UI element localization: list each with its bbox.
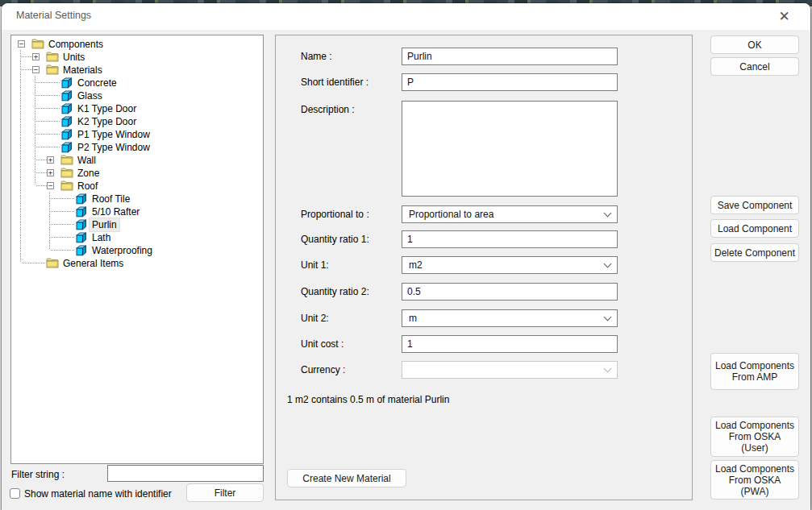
chevron-down-icon — [604, 364, 612, 372]
tree-item[interactable]: Purlin — [12, 218, 262, 231]
component-tree: − Components + Units − Materials Concret… — [10, 35, 264, 464]
tree-connector-line — [22, 69, 32, 70]
material-cube-icon — [60, 103, 73, 114]
tree-expander-icon[interactable]: − — [18, 40, 25, 48]
material-cube-icon — [75, 232, 88, 243]
material-cube-icon — [75, 245, 88, 255]
tree-connector-line — [22, 56, 32, 57]
ok-button[interactable]: OK — [710, 35, 799, 54]
material-cube-icon — [60, 129, 73, 139]
tree-expander-icon[interactable]: − — [47, 182, 54, 189]
save-component-button[interactable]: Save Component — [710, 196, 799, 214]
unit-1-dropdown[interactable]: m2 — [402, 256, 618, 274]
tree-connector-line — [51, 224, 75, 225]
proportional-to-label: Proportional to : — [301, 209, 369, 220]
filter-string-label: Filter string : — [11, 469, 65, 480]
tree-item-label: P1 Type Window — [75, 128, 152, 141]
material-cube-icon — [60, 116, 73, 126]
tree-item[interactable]: Waterproofing — [12, 244, 262, 257]
filter-string-input[interactable] — [107, 465, 264, 482]
delete-component-button[interactable]: Delete Component — [710, 243, 799, 262]
material-cube-icon — [75, 206, 88, 217]
description-textarea[interactable] — [402, 101, 618, 197]
folder-icon — [46, 52, 59, 62]
currency-dropdown[interactable] — [402, 361, 618, 379]
filter-button[interactable]: Filter — [186, 483, 264, 502]
proportional-to-value: Proportional to area — [409, 209, 493, 220]
tree-item-label: Materials — [60, 64, 105, 77]
tree-item-label: Roof Tile — [90, 193, 132, 205]
tree-item[interactable]: + Zone — [12, 167, 262, 180]
tree-connector-line — [36, 121, 60, 122]
tree-item-label: Glass — [75, 89, 105, 102]
tree-item[interactable]: 5/10 Rafter — [12, 205, 262, 218]
chevron-down-icon — [604, 313, 612, 321]
chevron-down-icon — [604, 209, 612, 217]
folder-icon — [46, 258, 59, 268]
show-identifier-checkbox[interactable] — [10, 488, 20, 499]
tree-item-label: Lath — [90, 231, 113, 244]
tree-connector-line — [51, 237, 75, 238]
load-component-button[interactable]: Load Component — [710, 219, 799, 238]
tree-item-label: P2 Type Window — [75, 141, 152, 154]
folder-icon — [31, 39, 44, 49]
dialog-title: Material Settings — [16, 10, 91, 21]
quantity-ratio-1-input[interactable] — [402, 230, 618, 248]
description-label: Description : — [301, 104, 355, 115]
tree-item[interactable]: K1 Type Door — [12, 102, 262, 115]
tree-item-label: Wall — [75, 154, 98, 167]
tree-item[interactable]: P1 Type Window — [12, 128, 262, 141]
cancel-button[interactable]: Cancel — [710, 57, 799, 76]
tree-connector-line — [51, 198, 75, 199]
tree-item[interactable]: Roof Tile — [12, 193, 262, 205]
unit-2-dropdown[interactable]: m — [402, 309, 618, 327]
material-cube-icon — [60, 90, 73, 101]
tree-expander-icon[interactable]: − — [32, 66, 40, 73]
proportional-to-dropdown[interactable]: Proportional to area — [402, 205, 618, 223]
tree-connector-line — [36, 108, 60, 109]
tree-item[interactable]: General Items — [12, 257, 262, 270]
short-identifier-label: Short identifier : — [301, 77, 369, 88]
load-components-oska-user-button[interactable]: Load Components From OSKA (User) — [710, 417, 799, 457]
tree-item-label: Waterproofing — [90, 244, 155, 257]
tree-item[interactable]: − Components — [12, 38, 262, 51]
titlebar: Material Settings ✕ — [2, 3, 810, 30]
tree-item-label: Zone — [75, 167, 102, 180]
load-components-amp-button[interactable]: Load Components From AMP — [710, 353, 799, 390]
tree-connector-line — [36, 147, 60, 147]
tree-item[interactable]: + Wall — [12, 154, 262, 167]
tree-item[interactable]: + Units — [12, 51, 262, 64]
unit-2-value: m — [409, 313, 417, 324]
folder-icon — [46, 64, 59, 75]
folder-icon — [60, 180, 73, 191]
tree-connector-line — [36, 172, 47, 173]
tree-item[interactable]: P2 Type Window — [12, 141, 262, 154]
create-new-material-button[interactable]: Create New Material — [287, 469, 406, 487]
tree-item[interactable]: − Materials — [12, 64, 262, 77]
name-input[interactable] — [402, 48, 618, 65]
tree-item[interactable]: Glass — [12, 89, 262, 102]
tree-item[interactable]: Concrete — [12, 77, 262, 89]
material-cube-icon — [60, 142, 73, 152]
quantity-ratio-1-label: Quantity ratio 1: — [301, 234, 369, 245]
material-cube-icon — [60, 77, 73, 88]
tree-expander-icon[interactable]: + — [32, 53, 40, 60]
tree-item[interactable]: − Roof — [12, 180, 262, 193]
short-identifier-input[interactable] — [402, 73, 618, 91]
tree-item[interactable]: Lath — [12, 231, 262, 244]
quantity-ratio-2-input[interactable] — [402, 283, 618, 301]
close-icon[interactable]: ✕ — [766, 4, 802, 28]
tree-item-label: Concrete — [75, 77, 119, 89]
tree-item-label: K2 Type Door — [75, 115, 139, 128]
tree-item[interactable]: K2 Type Door — [12, 115, 262, 128]
tree-item-label: Purlin — [90, 218, 119, 231]
tree-expander-icon[interactable]: + — [47, 169, 54, 176]
tree-connector-line — [36, 95, 60, 96]
load-components-oska-pwa-button[interactable]: Load Components From OSKA (PWA) — [710, 460, 799, 500]
unit-cost-input[interactable] — [402, 335, 618, 353]
folder-icon — [60, 155, 73, 165]
tree-item-label: K1 Type Door — [75, 102, 139, 115]
tree-expander-icon[interactable]: + — [47, 156, 54, 164]
tree-item-label: Units — [60, 51, 87, 64]
material-cube-icon — [75, 193, 88, 204]
